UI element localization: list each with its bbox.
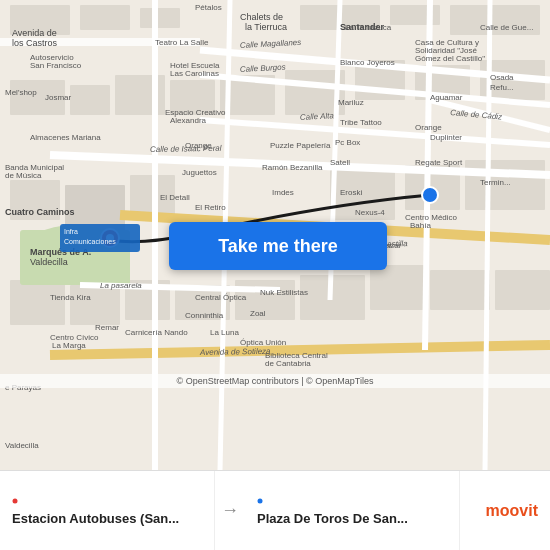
svg-text:Central Óptica: Central Óptica bbox=[195, 293, 247, 302]
svg-text:El Retiro: El Retiro bbox=[195, 203, 226, 212]
svg-text:Pétalos: Pétalos bbox=[195, 3, 222, 12]
svg-text:Regate Sport: Regate Sport bbox=[415, 158, 463, 167]
svg-text:Ramón Bezanilla: Ramón Bezanilla bbox=[262, 163, 323, 172]
svg-text:Eroski: Eroski bbox=[340, 188, 362, 197]
to-label bbox=[257, 495, 447, 507]
svg-point-129 bbox=[13, 499, 18, 504]
svg-text:los Castros: los Castros bbox=[12, 38, 58, 48]
svg-text:La pasarela: La pasarela bbox=[100, 281, 142, 290]
moovit-logo: moovit bbox=[460, 471, 550, 550]
to-section[interactable]: Plaza De Toros De San... bbox=[245, 471, 460, 550]
svg-text:de Música: de Música bbox=[5, 171, 42, 180]
svg-text:Comunicaciones: Comunicaciones bbox=[64, 238, 116, 245]
svg-text:Infra: Infra bbox=[64, 228, 78, 235]
svg-text:Juguettos: Juguettos bbox=[182, 168, 217, 177]
svg-text:San Francisco: San Francisco bbox=[30, 61, 82, 70]
svg-point-123 bbox=[422, 187, 438, 203]
svg-text:Alexandra: Alexandra bbox=[170, 116, 207, 125]
svg-text:La Luna: La Luna bbox=[210, 328, 239, 337]
svg-text:Bahía: Bahía bbox=[410, 221, 431, 230]
svg-rect-24 bbox=[10, 280, 65, 325]
svg-text:Remar: Remar bbox=[95, 323, 119, 332]
svg-text:Mariluz: Mariluz bbox=[338, 98, 364, 107]
svg-text:Conninthia: Conninthia bbox=[185, 311, 224, 320]
svg-text:Valdecilla: Valdecilla bbox=[5, 441, 39, 450]
svg-text:Imdes: Imdes bbox=[272, 188, 294, 197]
svg-point-130 bbox=[258, 499, 263, 504]
svg-text:La Marga: La Marga bbox=[52, 341, 86, 350]
svg-text:Las Carolinas: Las Carolinas bbox=[170, 69, 219, 78]
svg-rect-30 bbox=[370, 265, 425, 310]
moovit-brand-text: moovit bbox=[486, 502, 538, 520]
svg-text:Tribe Tattoo: Tribe Tattoo bbox=[340, 118, 382, 127]
svg-text:Carnicería Nando: Carnicería Nando bbox=[125, 328, 188, 337]
direction-arrow: → bbox=[215, 471, 245, 550]
svg-text:La Terrazuca: La Terrazuca bbox=[345, 23, 392, 32]
svg-text:Blanco Joyeros: Blanco Joyeros bbox=[340, 58, 395, 67]
svg-text:Cuatro Caminos: Cuatro Caminos bbox=[5, 207, 75, 217]
svg-rect-5 bbox=[140, 8, 180, 28]
map-container: Avenida de los Castros Calle Magallanes … bbox=[0, 0, 550, 470]
svg-text:Termin...: Termin... bbox=[480, 178, 511, 187]
svg-text:Almacenes Mariana: Almacenes Mariana bbox=[30, 133, 101, 142]
from-value: Estacion Autobuses (San... bbox=[12, 511, 202, 526]
svg-text:Avenida de: Avenida de bbox=[12, 28, 57, 38]
svg-text:Nuk Estilistas: Nuk Estilistas bbox=[260, 288, 308, 297]
svg-rect-31 bbox=[430, 270, 490, 310]
to-value: Plaza De Toros De San... bbox=[257, 511, 447, 526]
svg-text:de Cantabria: de Cantabria bbox=[265, 359, 311, 368]
from-section[interactable]: Estacion Autobuses (San... bbox=[0, 471, 215, 550]
svg-text:Orange: Orange bbox=[415, 123, 442, 132]
svg-text:Duplinter: Duplinter bbox=[430, 133, 462, 142]
svg-rect-4 bbox=[80, 5, 130, 30]
svg-text:Calle Alta: Calle Alta bbox=[300, 111, 335, 122]
svg-text:la Tierruca: la Tierruca bbox=[245, 22, 287, 32]
svg-text:Osada: Osada bbox=[490, 73, 514, 82]
svg-text:Aguamar: Aguamar bbox=[430, 93, 463, 102]
svg-text:Avenida de Sotileza: Avenida de Sotileza bbox=[199, 347, 271, 357]
svg-rect-25 bbox=[70, 285, 120, 325]
svg-text:Calle de Gue...: Calle de Gue... bbox=[480, 23, 533, 32]
svg-text:Josmar: Josmar bbox=[45, 93, 72, 102]
svg-text:Teatro La Salle: Teatro La Salle bbox=[155, 38, 209, 47]
svg-text:Gómez del Castillo": Gómez del Castillo" bbox=[415, 54, 485, 63]
svg-text:Óptica Unión: Óptica Unión bbox=[240, 338, 286, 347]
svg-text:Orange: Orange bbox=[185, 141, 212, 150]
svg-text:Mel'shop: Mel'shop bbox=[5, 88, 37, 97]
svg-rect-32 bbox=[495, 270, 550, 310]
take-me-there-button[interactable]: Take me there bbox=[169, 222, 387, 270]
svg-text:Valdecilla: Valdecilla bbox=[30, 257, 68, 267]
from-label bbox=[12, 495, 202, 507]
svg-text:Chalets de: Chalets de bbox=[240, 12, 283, 22]
svg-text:Zoal: Zoal bbox=[250, 309, 266, 318]
bottom-bar: Estacion Autobuses (San... → Plaza De To… bbox=[0, 470, 550, 550]
svg-text:Tienda Kira: Tienda Kira bbox=[50, 293, 91, 302]
svg-text:El Detall: El Detall bbox=[160, 193, 190, 202]
svg-rect-10 bbox=[70, 85, 110, 115]
map-attribution: © OpenStreetMap contributors | © OpenMap… bbox=[0, 374, 550, 388]
svg-text:Pc Box: Pc Box bbox=[335, 138, 360, 147]
svg-text:Refu...: Refu... bbox=[490, 83, 514, 92]
svg-text:Puzzle Papelería: Puzzle Papelería bbox=[270, 141, 331, 150]
svg-text:Nexus-4: Nexus-4 bbox=[355, 208, 385, 217]
svg-text:Satell: Satell bbox=[330, 158, 350, 167]
